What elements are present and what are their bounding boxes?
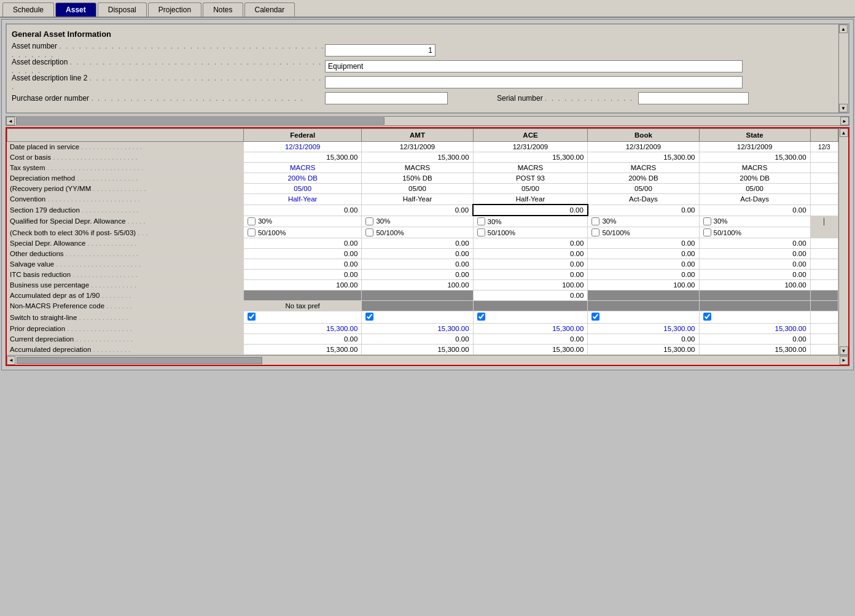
ace-business-use[interactable]: 100.00 [473, 280, 588, 290]
amt-check-both-check[interactable] [365, 228, 373, 236]
ace-section179[interactable]: 0.00 [473, 205, 588, 216]
book-depr-method[interactable]: 200% DB [588, 173, 699, 184]
serial-number-input[interactable] [638, 92, 749, 104]
tab-notes[interactable]: Notes [203, 2, 243, 17]
federal-special-depr[interactable]: 0.00 [243, 238, 361, 249]
state-section179[interactable]: 0.00 [699, 205, 810, 216]
book-recovery-period[interactable]: 05/00 [588, 184, 699, 194]
book-business-use[interactable]: 100.00 [588, 280, 699, 290]
state-qualified-special-check[interactable] [703, 217, 711, 225]
ace-salvage-value[interactable]: 0.00 [473, 259, 588, 270]
amt-itc-basis[interactable]: 0.00 [362, 270, 473, 280]
amt-accum-depr[interactable]: 15,300.00 [362, 345, 473, 355]
vscroll-down-arrow[interactable]: ▼ [840, 346, 848, 355]
state-cost-basis[interactable]: 15,300.00 [699, 152, 810, 163]
book-other-deductions[interactable]: 0.00 [588, 249, 699, 259]
tab-schedule[interactable]: Schedule [2, 2, 54, 17]
state-itc-basis[interactable]: 0.00 [699, 270, 810, 280]
amt-other-deductions[interactable]: 0.00 [362, 249, 473, 259]
depr-grid-hscrollbar[interactable]: ◄ ► [7, 355, 848, 365]
state-depr-method[interactable]: 200% DB [699, 173, 810, 184]
ace-accumulated-depr[interactable]: 0.00 [473, 290, 588, 301]
book-current-depr[interactable]: 0.00 [588, 334, 699, 345]
state-tax-system[interactable]: MACRS [699, 163, 810, 173]
amt-check-both[interactable]: 50/100% [362, 227, 473, 238]
book-qualified-special-check[interactable] [591, 217, 599, 225]
federal-switch-sl-check[interactable] [248, 313, 256, 321]
federal-convention[interactable]: Half-Year [243, 194, 361, 205]
asset-number-input[interactable] [325, 44, 435, 57]
state-switch-sl[interactable] [699, 311, 810, 324]
federal-depr-method[interactable]: 200% DB [243, 173, 361, 184]
hscroll-left-arrow[interactable]: ◄ [6, 117, 15, 125]
hscroll-thumb[interactable] [16, 117, 385, 125]
purchase-order-input[interactable] [325, 92, 448, 104]
amt-qualified-special-check[interactable] [365, 217, 373, 225]
ace-date-placed[interactable]: 12/31/2009 [473, 142, 588, 152]
ace-switch-sl-check[interactable] [477, 313, 485, 321]
ace-cost-basis[interactable]: 15,300.00 [473, 152, 588, 163]
federal-qualified-special-check[interactable] [248, 217, 256, 225]
tab-disposal[interactable]: Disposal [98, 2, 147, 17]
federal-salvage-value[interactable]: 0.00 [243, 259, 361, 270]
state-check-both-check[interactable] [703, 228, 711, 236]
amt-section179[interactable]: 0.00 [362, 205, 473, 216]
ace-itc-basis[interactable]: 0.00 [473, 270, 588, 280]
federal-business-use[interactable]: 100.00 [243, 280, 361, 290]
hscroll-right-arrow[interactable]: ► [840, 117, 849, 125]
federal-non-macrs[interactable]: No tax pref [243, 301, 361, 311]
amt-convention[interactable]: Half-Year [362, 194, 473, 205]
book-itc-basis[interactable]: 0.00 [588, 270, 699, 280]
book-switch-sl-check[interactable] [591, 313, 599, 321]
ace-tax-system[interactable]: MACRS [473, 163, 588, 173]
ace-special-depr[interactable]: 0.00 [473, 238, 588, 249]
state-switch-sl-check[interactable] [703, 313, 711, 321]
state-recovery-period[interactable]: 05/00 [699, 184, 810, 194]
ace-convention[interactable]: Half-Year [473, 194, 588, 205]
extra-date-placed[interactable]: 12/3 [810, 142, 838, 152]
federal-itc-basis[interactable]: 0.00 [243, 270, 361, 280]
federal-accum-depr[interactable]: 15,300.00 [243, 345, 361, 355]
federal-qualified-special[interactable]: 30% [243, 216, 361, 227]
federal-check-both[interactable]: 50/100% [243, 227, 361, 238]
book-qualified-special[interactable]: 30% [588, 216, 699, 227]
federal-section179[interactable]: 0.00 [243, 205, 361, 216]
federal-check-both-check[interactable] [248, 228, 256, 236]
book-prior-depr[interactable]: 15,300.00 [588, 324, 699, 334]
state-other-deductions[interactable]: 0.00 [699, 249, 810, 259]
amt-date-placed[interactable]: 12/31/2009 [362, 142, 473, 152]
amt-prior-depr[interactable]: 15,300.00 [362, 324, 473, 334]
general-info-scrollbar[interactable]: ▲ ▼ [838, 25, 848, 112]
amt-qualified-special[interactable]: 30% [362, 216, 473, 227]
federal-switch-sl[interactable] [243, 311, 361, 324]
book-check-both[interactable]: 50/100% [588, 227, 699, 238]
amt-recovery-period[interactable]: 05/00 [362, 184, 473, 194]
ace-recovery-period[interactable]: 05/00 [473, 184, 588, 194]
ace-qualified-special[interactable]: 30% [473, 216, 588, 227]
ace-depr-method[interactable]: POST 93 [473, 173, 588, 184]
state-qualified-special[interactable]: 30% [699, 216, 810, 227]
depr-hscroll-right[interactable]: ► [840, 356, 848, 365]
federal-prior-depr[interactable]: 15,300.00 [243, 324, 361, 334]
asset-desc2-input[interactable] [325, 76, 743, 88]
state-check-both[interactable]: 50/100% [699, 227, 810, 238]
ace-check-both[interactable]: 50/100% [473, 227, 588, 238]
amt-switch-sl[interactable] [362, 311, 473, 324]
vscroll-up-arrow[interactable]: ▲ [840, 128, 848, 137]
ace-current-depr[interactable]: 0.00 [473, 334, 588, 345]
book-special-depr[interactable]: 0.00 [588, 238, 699, 249]
amt-business-use[interactable]: 100.00 [362, 280, 473, 290]
depr-grid-vscrollbar[interactable]: ▲ ▼ [838, 128, 848, 355]
book-check-both-check[interactable] [591, 228, 599, 236]
state-business-use[interactable]: 100.00 [699, 280, 810, 290]
ace-accum-depr[interactable]: 15,300.00 [473, 345, 588, 355]
state-prior-depr[interactable]: 15,300.00 [699, 324, 810, 334]
state-convention[interactable]: Act-Days [699, 194, 810, 205]
ace-qualified-special-check[interactable] [477, 217, 485, 225]
federal-tax-system[interactable]: MACRS [243, 163, 361, 173]
book-section179[interactable]: 0.00 [588, 205, 699, 216]
general-hscrollbar[interactable]: ◄ ► [6, 116, 849, 126]
ace-prior-depr[interactable]: 15,300.00 [473, 324, 588, 334]
ace-switch-sl[interactable] [473, 311, 588, 324]
tab-projection[interactable]: Projection [148, 2, 201, 17]
